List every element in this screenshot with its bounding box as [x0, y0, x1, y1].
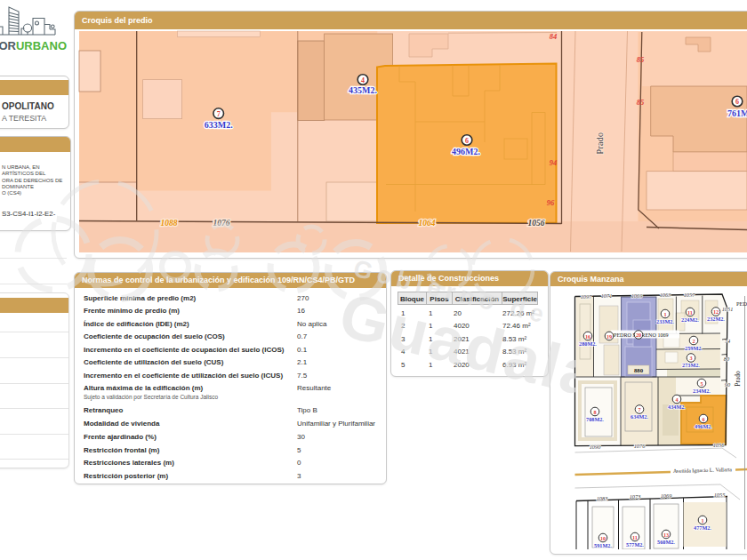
svg-text:1069: 1069	[661, 492, 672, 499]
svg-text:5: 5	[700, 380, 703, 387]
svg-text:3: 3	[689, 355, 692, 361]
svg-text:1076: 1076	[634, 443, 646, 449]
svg-text:6: 6	[465, 137, 469, 145]
svg-text:6: 6	[702, 416, 704, 422]
svg-text:13: 13	[663, 532, 669, 538]
svg-text:1088: 1088	[161, 219, 178, 228]
svg-text:90: 90	[725, 381, 731, 388]
svg-text:434M2.: 434M2.	[668, 404, 686, 410]
svg-text:233M2.: 233M2.	[656, 318, 674, 324]
svg-text:8: 8	[593, 409, 596, 415]
svg-text:10: 10	[600, 535, 606, 541]
svg-text:435M2.: 435M2.	[349, 85, 377, 95]
svg-text:4: 4	[361, 76, 365, 84]
svg-text:84: 84	[550, 32, 558, 41]
svg-text:7: 7	[638, 406, 640, 412]
svg-text:708M2.: 708M2.	[586, 416, 604, 422]
svg-text:577M2.: 577M2.	[626, 541, 644, 548]
svg-text:880: 880	[634, 367, 644, 373]
svg-text:11: 11	[632, 534, 638, 540]
svg-text:11: 11	[687, 309, 693, 316]
svg-text:2: 2	[692, 338, 695, 344]
svg-text:273M2.: 273M2.	[682, 362, 700, 368]
svg-text:1055: 1055	[714, 492, 726, 498]
svg-text:6: 6	[735, 98, 739, 106]
svg-text:1071: 1071	[601, 292, 613, 299]
svg-text:7: 7	[217, 110, 221, 118]
svg-text:1056: 1056	[713, 442, 725, 448]
svg-text:12: 12	[713, 308, 719, 315]
svg-text:1057: 1057	[684, 292, 695, 298]
svg-text:1073: 1073	[630, 493, 641, 500]
svg-text:232M2.: 232M2.	[707, 316, 725, 322]
svg-text:1097: 1097	[581, 293, 592, 300]
svg-text:1051: 1051	[722, 306, 734, 312]
svg-text:94: 94	[550, 158, 558, 167]
svg-text:Prado: Prado	[595, 132, 605, 155]
svg-text:85: 85	[637, 98, 645, 107]
svg-text:PEDRO M: PEDRO M	[736, 300, 747, 307]
svg-text:1: 1	[663, 311, 666, 317]
svg-text:80: 80	[724, 356, 730, 362]
svg-text:20: 20	[636, 332, 641, 338]
svg-text:496M2.: 496M2.	[452, 147, 480, 156]
svg-text:1056: 1056	[528, 219, 545, 228]
svg-text:VISORURBANO: VISORURBANO	[0, 39, 67, 52]
svg-text:19: 19	[606, 333, 612, 340]
svg-text:Prado: Prado	[734, 371, 742, 387]
svg-text:560M2.: 560M2.	[657, 539, 675, 545]
svg-text:259M2.: 259M2.	[685, 345, 703, 351]
svg-text:85: 85	[637, 55, 645, 64]
svg-text:1090: 1090	[590, 444, 601, 450]
svg-text:224M2.: 224M2.	[681, 316, 699, 323]
svg-text:761M2.: 761M2.	[727, 108, 747, 118]
svg-text:496M2.: 496M2.	[695, 423, 712, 429]
svg-text:633M2.: 633M2.	[205, 120, 233, 130]
svg-text:1076: 1076	[213, 219, 230, 228]
svg-text:280M2.: 280M2.	[579, 340, 597, 347]
svg-text:1083: 1083	[597, 495, 608, 501]
svg-text:4: 4	[675, 396, 678, 403]
svg-text:96: 96	[547, 198, 555, 207]
svg-text:634M2.: 634M2.	[631, 413, 648, 420]
svg-text:1069: 1069	[631, 292, 643, 299]
svg-text:1064: 1064	[419, 219, 436, 228]
svg-text:234M2.: 234M2.	[693, 388, 711, 394]
svg-text:591M2.: 591M2.	[594, 542, 612, 548]
svg-text:16: 16	[585, 333, 590, 340]
svg-text:1: 1	[701, 517, 703, 524]
svg-text:1063: 1063	[660, 292, 671, 298]
svg-text:477M2.: 477M2.	[694, 524, 711, 531]
